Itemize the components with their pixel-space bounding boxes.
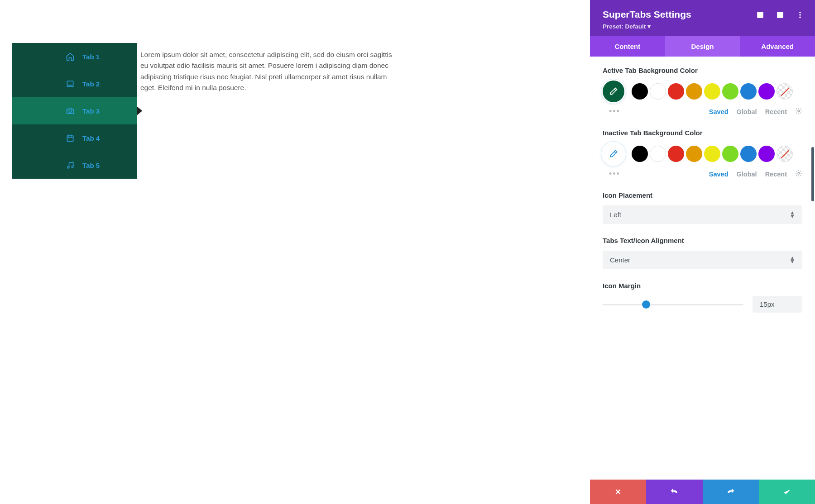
columns-icon[interactable] [776, 11, 784, 20]
group-label: Tabs Text/Icon Alignment [603, 237, 802, 244]
tab-content-body: Lorem ipsum dolor sit amet, consectetur … [137, 43, 399, 179]
swatch-yellow[interactable] [704, 146, 720, 162]
active-tab-arrow [137, 106, 142, 115]
redo-icon [727, 488, 735, 496]
swatch-transparent[interactable] [777, 83, 793, 100]
palette-meta: ••• Saved Global Recent [603, 169, 802, 179]
tab-1[interactable]: Tab 1 [12, 43, 137, 70]
swatch-orange[interactable] [686, 146, 702, 162]
svg-rect-0 [67, 81, 73, 85]
more-dots-icon[interactable]: ••• [609, 107, 620, 116]
swatch-white[interactable] [650, 146, 666, 162]
undo-icon [670, 488, 678, 496]
close-icon [614, 488, 622, 496]
swatch-purple[interactable] [758, 146, 775, 162]
icon-margin-value[interactable]: 15px [753, 296, 802, 313]
eyedropper-icon [609, 149, 618, 158]
svg-point-9 [800, 14, 801, 16]
group-label: Icon Placement [603, 191, 802, 199]
text-align-select[interactable]: Center ▲▼ [603, 251, 802, 269]
select-value: Center [610, 256, 630, 264]
music-icon [65, 161, 75, 170]
redo-button[interactable] [703, 480, 759, 504]
tab-label: Tab 2 [82, 80, 100, 88]
tab-2[interactable]: Tab 2 [12, 70, 137, 97]
caret-down-icon: ▾ [647, 23, 651, 30]
svg-point-1 [69, 110, 72, 113]
cancel-button[interactable] [590, 480, 646, 504]
tab-advanced[interactable]: Advanced [740, 36, 815, 57]
preset-selector[interactable]: Preset: Default▾ [603, 23, 802, 30]
svg-point-4 [72, 166, 73, 168]
palette-global[interactable]: Global [737, 108, 757, 115]
palette-saved[interactable]: Saved [709, 171, 729, 178]
palette-global[interactable]: Global [737, 171, 757, 178]
tab-design[interactable]: Design [665, 36, 740, 57]
group-text-align: Tabs Text/Icon Alignment Center ▲▼ [603, 237, 802, 269]
select-chevrons-icon: ▲▼ [790, 257, 795, 263]
tab-4[interactable]: Tab 4 [12, 124, 137, 152]
check-icon [783, 488, 791, 496]
swatch-purple[interactable] [758, 83, 775, 100]
more-dots-icon[interactable]: ••• [609, 169, 620, 179]
swatch-blue[interactable] [740, 146, 757, 162]
palette-meta: ••• Saved Global Recent [603, 107, 802, 116]
slider-thumb[interactable] [642, 300, 650, 309]
calendar-icon [65, 133, 75, 143]
gear-icon[interactable] [795, 107, 802, 116]
select-chevrons-icon: ▲▼ [790, 211, 795, 218]
palette-recent[interactable]: Recent [765, 171, 787, 178]
svg-point-11 [798, 110, 800, 112]
laptop-icon [65, 79, 75, 88]
panel-body: Active Tab Background Color ••• Saved [590, 57, 815, 480]
gear-icon[interactable] [795, 170, 802, 178]
swatch-transparent[interactable] [777, 146, 793, 162]
palette-recent[interactable]: Recent [765, 108, 787, 115]
group-label: Inactive Tab Background Color [603, 129, 707, 137]
swatch-black[interactable] [632, 146, 648, 162]
swatch-green[interactable] [722, 146, 738, 162]
panel-footer [590, 480, 815, 504]
tab-label: Tab 1 [82, 53, 100, 61]
tab-5[interactable]: Tab 5 [12, 152, 137, 179]
color-picker-button[interactable] [603, 81, 624, 102]
camera-icon [65, 106, 75, 115]
swatch-green[interactable] [722, 83, 738, 100]
icon-placement-select[interactable]: Left ▲▼ [603, 205, 802, 224]
tab-label: Tab 3 [82, 107, 100, 115]
expand-icon[interactable] [756, 11, 764, 20]
group-icon-margin: Icon Margin 15px [603, 282, 802, 313]
icon-margin-slider[interactable] [603, 303, 743, 306]
confirm-button[interactable] [759, 480, 815, 504]
panel-header: SuperTabs Settings Preset: Default▾ [590, 0, 815, 36]
svg-point-8 [800, 12, 801, 13]
color-picker-button[interactable] [603, 143, 624, 165]
group-label: Active Tab Background Color [603, 67, 802, 74]
swatch-blue[interactable] [740, 83, 757, 100]
svg-rect-6 [759, 14, 762, 16]
group-inactive-bg: Inactive Tab Background Color ••• Saved [603, 129, 802, 179]
kebab-menu-icon[interactable] [796, 11, 804, 20]
eyedropper-icon [609, 87, 618, 96]
scrollbar-thumb[interactable] [811, 147, 814, 201]
header-actions [756, 11, 804, 20]
swatch-red[interactable] [668, 83, 684, 100]
color-swatch-row [603, 143, 802, 165]
undo-button[interactable] [646, 480, 702, 504]
tab-content[interactable]: Content [590, 36, 665, 57]
color-swatch-row [603, 81, 802, 102]
swatch-orange[interactable] [686, 83, 702, 100]
tab-label: Tab 5 [82, 162, 100, 169]
swatch-black[interactable] [632, 83, 648, 100]
group-label: Icon Margin [603, 282, 802, 290]
svg-point-10 [800, 17, 801, 18]
swatch-yellow[interactable] [704, 83, 720, 100]
svg-point-3 [67, 166, 69, 168]
tab-3[interactable]: Tab 3 [12, 97, 137, 124]
palette-saved[interactable]: Saved [709, 108, 729, 115]
swatch-white[interactable] [650, 83, 666, 100]
swatch-red[interactable] [668, 146, 684, 162]
slider-track [603, 304, 743, 305]
svg-point-12 [798, 172, 800, 174]
settings-panel: SuperTabs Settings Preset: Default▾ Cont… [590, 0, 815, 504]
